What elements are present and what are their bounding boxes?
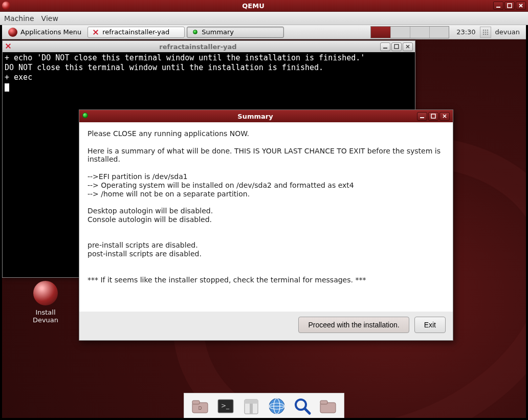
dock-search[interactable] — [292, 395, 313, 417]
workspace-2[interactable] — [390, 27, 410, 38]
summary-button-row: Proceed with the installation. Exit — [79, 312, 453, 340]
summary-maximize-button[interactable] — [428, 112, 438, 121]
install-devuan-icon — [33, 281, 58, 305]
desktop-icon-install-devuan[interactable]: Install Devuan — [23, 281, 69, 324]
svg-point-5 — [485, 29, 486, 31]
summary-title: Summary — [94, 113, 417, 120]
desktop-icon-label: Install Devuan — [33, 308, 58, 324]
svg-point-12 — [487, 33, 488, 35]
svg-point-11 — [485, 33, 486, 35]
terminal-maximize-button[interactable] — [391, 42, 402, 51]
applications-menu-button[interactable]: Applications Menu — [4, 27, 85, 38]
svg-rect-27 — [245, 400, 258, 404]
svg-point-10 — [482, 33, 484, 35]
svg-rect-14 — [394, 45, 399, 49]
taskbar-item-summary-label: Summary — [202, 28, 234, 36]
terminal-text: + echo 'DO NOT close this terminal windo… — [5, 53, 365, 82]
exit-button[interactable]: Exit — [414, 317, 446, 333]
svg-rect-36 — [320, 401, 327, 404]
taskbar-item-terminal[interactable]: refractainstaller-yad — [87, 27, 185, 38]
terminal-close-button[interactable] — [403, 42, 413, 51]
devuan-logo-icon — [8, 28, 17, 37]
svg-rect-1 — [508, 4, 512, 8]
svg-rect-17 — [420, 117, 424, 118]
terminal-cursor — [5, 83, 9, 92]
dock-terminal[interactable]: >_ — [215, 395, 236, 417]
summary-dialog: Summary Please CLOSE any running applica… — [79, 109, 453, 341]
xfce-panel: Applications Menu refractainstaller-yad … — [2, 25, 526, 39]
proceed-button[interactable]: Proceed with the installation. — [298, 317, 409, 333]
svg-line-34 — [305, 409, 310, 413]
vm-screen: Applications Menu refractainstaller-yad … — [2, 25, 526, 418]
svg-point-7 — [482, 31, 484, 33]
summary-minimize-button[interactable] — [417, 112, 427, 121]
qemu-titlebar: QEMU — [0, 0, 528, 12]
summary-text: Please CLOSE any running applications NO… — [79, 122, 453, 312]
session-user-label[interactable]: devuan — [491, 28, 524, 36]
svg-rect-22 — [192, 401, 200, 404]
qemu-maximize-button[interactable] — [504, 2, 515, 10]
dock-file-manager[interactable]: D — [189, 395, 211, 417]
svg-point-4 — [482, 29, 484, 31]
qemu-close-button[interactable] — [516, 2, 526, 10]
svg-rect-18 — [431, 114, 435, 118]
qemu-minimize-button[interactable] — [493, 2, 503, 10]
svg-point-9 — [487, 31, 488, 33]
workspace-3[interactable] — [410, 27, 429, 38]
dock-archive-manager[interactable] — [240, 395, 262, 417]
menu-machine[interactable]: Machine — [4, 14, 34, 23]
tray-handle[interactable] — [480, 27, 491, 38]
summary-app-icon — [191, 29, 199, 36]
workspace-1[interactable] — [371, 27, 390, 38]
dock-folder[interactable] — [317, 395, 339, 417]
terminal-titlebar[interactable]: refractainstaller-yad — [3, 41, 415, 52]
dock-web-browser[interactable] — [266, 395, 288, 417]
svg-rect-28 — [250, 404, 253, 414]
svg-text:D: D — [199, 406, 202, 411]
taskbar-item-terminal-label: refractainstaller-yad — [102, 28, 169, 36]
panel-clock[interactable]: 23:30 — [452, 28, 479, 36]
summary-titlebar[interactable]: Summary — [79, 110, 453, 122]
svg-point-6 — [487, 29, 488, 31]
terminal-minimize-button[interactable] — [380, 42, 390, 51]
svg-point-8 — [485, 31, 486, 33]
qemu-app-icon — [2, 2, 10, 10]
qemu-menubar: Machine View — [0, 12, 528, 25]
summary-close-button[interactable] — [439, 112, 450, 121]
svg-text:>_: >_ — [221, 402, 230, 409]
qemu-title: QEMU — [13, 2, 493, 10]
terminal-app-icon — [92, 29, 99, 36]
terminal-window-icon — [5, 42, 13, 51]
summary-window-icon — [82, 113, 90, 120]
menu-view[interactable]: View — [41, 14, 58, 23]
applications-menu-label: Applications Menu — [20, 28, 81, 36]
terminal-title: refractainstaller-yad — [16, 43, 380, 51]
bottom-dock: D >_ — [184, 393, 344, 418]
workspace-4[interactable] — [429, 27, 449, 38]
taskbar-item-summary[interactable]: Summary — [187, 27, 284, 38]
svg-rect-13 — [383, 48, 387, 49]
svg-rect-0 — [496, 7, 500, 8]
workspace-pager — [370, 26, 449, 38]
